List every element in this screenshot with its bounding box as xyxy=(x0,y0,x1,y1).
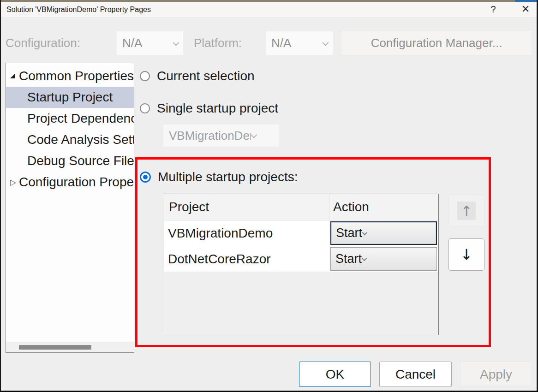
startup-projects-table: Project Action VBMigrationDemo Start Dot… xyxy=(164,194,439,335)
chevron-down-icon xyxy=(362,230,367,235)
close-button[interactable]: ✕ xyxy=(516,2,535,16)
tree-item-startup-project[interactable]: Startup Project xyxy=(6,87,134,108)
radio-icon[interactable] xyxy=(140,103,150,113)
radio-selected-icon[interactable] xyxy=(140,172,151,183)
scrollbar-thumb[interactable] xyxy=(19,345,91,350)
tree-item-label: Debug Source Files xyxy=(6,150,134,172)
action-cell: Start xyxy=(329,220,438,246)
tree-collapsed-icon[interactable]: ▷ xyxy=(10,172,16,193)
tree-item-label: Project Dependencies xyxy=(6,108,134,129)
table-header: Project Action xyxy=(164,194,438,220)
configuration-value: N/A xyxy=(122,36,173,50)
radio-current-selection[interactable]: Current selection xyxy=(140,66,255,86)
title-bar: Solution 'VBMigrationDemo' Property Page… xyxy=(1,2,537,18)
tree-item-label: Startup Project xyxy=(6,87,134,108)
configuration-select[interactable]: N/A xyxy=(116,31,184,55)
property-pages-tree: Common Properties Startup Project Projec… xyxy=(6,63,134,353)
tree-item-code-analysis-settings[interactable]: Code Analysis Settings xyxy=(6,129,134,150)
action-value: Start xyxy=(335,252,362,266)
apply-button[interactable]: Apply xyxy=(460,362,532,387)
tree-expanded-icon[interactable] xyxy=(10,65,15,87)
help-button[interactable]: ? xyxy=(484,2,503,16)
down-arrow-icon: ↓ xyxy=(460,246,473,263)
window-left-border xyxy=(0,0,1,392)
chevron-down-icon xyxy=(173,39,179,46)
radio-multiple-startup-projects[interactable]: Multiple startup projects: xyxy=(140,167,298,187)
tree-item-debug-source-files[interactable]: Debug Source Files xyxy=(6,150,134,172)
column-header-action: Action xyxy=(329,200,438,214)
radio-single-startup-project[interactable]: Single startup project xyxy=(140,99,278,118)
ok-button[interactable]: OK xyxy=(299,362,371,387)
tree-item-label: Configuration Properties xyxy=(6,172,134,193)
move-up-button[interactable]: ↑ xyxy=(448,195,484,227)
window-title: Solution 'VBMigrationDemo' Property Page… xyxy=(6,6,151,14)
cancel-button[interactable]: Cancel xyxy=(379,362,452,387)
chevron-down-icon xyxy=(322,39,329,46)
radio-icon[interactable] xyxy=(140,71,150,81)
configuration-label: Configuration: xyxy=(6,30,80,56)
table-row[interactable]: DotNetCoreRazor Start xyxy=(164,246,438,272)
action-select[interactable]: Start xyxy=(330,221,437,245)
platform-label: Platform: xyxy=(194,30,242,56)
action-cell: Start xyxy=(329,246,438,272)
tree-horizontal-scrollbar[interactable] xyxy=(6,342,134,352)
single-startup-project-select[interactable]: VBMigrationDemo xyxy=(163,124,279,147)
single-startup-project-value: VBMigrationDemo xyxy=(169,129,251,143)
chevron-down-icon xyxy=(251,132,257,138)
radio-label: Single startup project xyxy=(157,101,278,116)
action-value: Start xyxy=(336,226,362,240)
tree-item-label: Code Analysis Settings xyxy=(6,129,134,150)
tree-item-configuration-properties[interactable]: ▷ Configuration Properties xyxy=(6,172,134,193)
platform-select[interactable]: N/A xyxy=(265,31,333,55)
project-name-cell: VBMigrationDemo xyxy=(164,220,329,246)
radio-label: Current selection xyxy=(157,69,255,83)
tree-item-common-properties[interactable]: Common Properties xyxy=(6,65,134,87)
radio-label: Multiple startup projects: xyxy=(158,170,298,184)
tree-item-label: Common Properties xyxy=(6,65,134,87)
up-arrow-icon: ↑ xyxy=(457,202,476,220)
column-header-project: Project xyxy=(164,194,329,220)
tree-item-project-dependencies[interactable]: Project Dependencies xyxy=(6,108,134,129)
move-down-button[interactable]: ↓ xyxy=(448,238,484,271)
table-row[interactable]: VBMigrationDemo Start xyxy=(164,220,438,246)
configuration-manager-button[interactable]: Configuration Manager... xyxy=(341,30,532,56)
chevron-down-icon xyxy=(362,255,367,261)
action-select[interactable]: Start xyxy=(330,247,437,271)
project-name-cell: DotNetCoreRazor xyxy=(164,246,329,272)
platform-value: N/A xyxy=(271,36,323,50)
